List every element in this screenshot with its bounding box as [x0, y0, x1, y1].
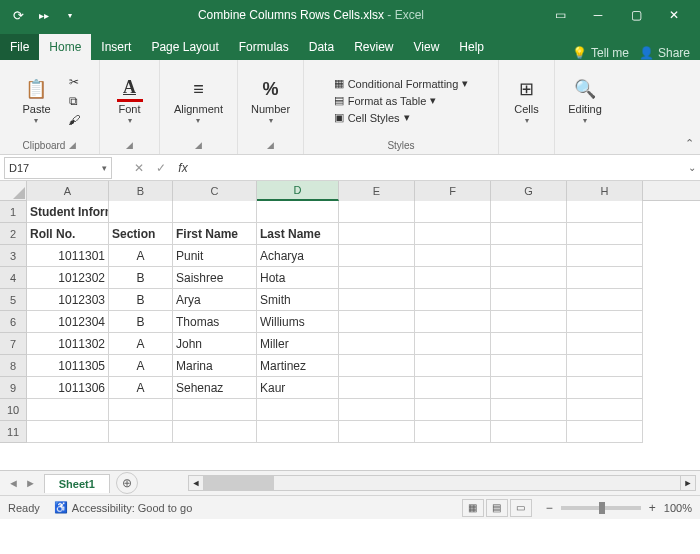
row-header-5[interactable]: 5 [0, 289, 27, 311]
share-button[interactable]: 👤Share [639, 46, 690, 60]
tab-view[interactable]: View [404, 34, 450, 60]
tab-data[interactable]: Data [299, 34, 344, 60]
autosave-icon[interactable]: ⟳ [8, 5, 28, 25]
scroll-left-icon[interactable]: ◄ [188, 475, 204, 491]
name-box[interactable]: D17 ▾ [4, 157, 112, 179]
sheet-prev-icon[interactable]: ◄ [6, 477, 21, 489]
expand-formula-bar-icon[interactable]: ⌄ [684, 162, 700, 173]
column-header-H[interactable]: H [567, 181, 643, 201]
sheet-next-icon[interactable]: ► [23, 477, 38, 489]
cell-A1[interactable]: Student Information [27, 201, 109, 223]
cell-E9[interactable] [339, 377, 415, 399]
cell-H9[interactable] [567, 377, 643, 399]
cell-A7[interactable]: 1011302 [27, 333, 109, 355]
cell-C2[interactable]: First Name [173, 223, 257, 245]
cell-G3[interactable] [491, 245, 567, 267]
tab-review[interactable]: Review [344, 34, 403, 60]
cell-C11[interactable] [173, 421, 257, 443]
column-header-G[interactable]: G [491, 181, 567, 201]
enter-formula-icon[interactable]: ✓ [150, 158, 172, 178]
row-header-9[interactable]: 9 [0, 377, 27, 399]
cell-A4[interactable]: 1012302 [27, 267, 109, 289]
conditional-formatting-button[interactable]: ▦Conditional Formatting ▾ [332, 76, 471, 91]
cell-E6[interactable] [339, 311, 415, 333]
column-header-F[interactable]: F [415, 181, 491, 201]
copy-icon[interactable]: ⧉ [65, 93, 83, 109]
cell-C1[interactable] [173, 201, 257, 223]
fx-icon[interactable]: fx [172, 158, 194, 178]
cell-E8[interactable] [339, 355, 415, 377]
tab-home[interactable]: Home [39, 34, 91, 60]
cell-E1[interactable] [339, 201, 415, 223]
cell-E2[interactable] [339, 223, 415, 245]
cell-B7[interactable]: A [109, 333, 173, 355]
cell-F4[interactable] [415, 267, 491, 289]
cell-C10[interactable] [173, 399, 257, 421]
cell-H8[interactable] [567, 355, 643, 377]
cell-H3[interactable] [567, 245, 643, 267]
cell-G7[interactable] [491, 333, 567, 355]
cell-C4[interactable]: Saishree [173, 267, 257, 289]
maximize-icon[interactable]: ▢ [618, 1, 654, 29]
close-icon[interactable]: ✕ [656, 1, 692, 29]
cell-G4[interactable] [491, 267, 567, 289]
zoom-out-button[interactable]: − [542, 501, 557, 515]
zoom-slider[interactable] [561, 506, 641, 510]
chevron-down-icon[interactable]: ▾ [102, 163, 107, 173]
zoom-thumb[interactable] [599, 502, 605, 514]
qat-dropdown-icon[interactable]: ▾ [60, 5, 80, 25]
accessibility-status[interactable]: ♿Accessibility: Good to go [54, 501, 192, 514]
cell-A2[interactable]: Roll No. [27, 223, 109, 245]
cell-B11[interactable] [109, 421, 173, 443]
paste-button[interactable]: 📋 Paste ▾ [16, 74, 56, 127]
alignment-button[interactable]: ≡ Alignment ▾ [168, 74, 229, 127]
cell-H4[interactable] [567, 267, 643, 289]
cancel-formula-icon[interactable]: ✕ [128, 158, 150, 178]
minimize-icon[interactable]: ─ [580, 1, 616, 29]
collapse-ribbon-icon[interactable]: ⌃ [685, 137, 694, 150]
cell-D6[interactable]: Williums [257, 311, 339, 333]
cell-B6[interactable]: B [109, 311, 173, 333]
cell-E4[interactable] [339, 267, 415, 289]
tab-file[interactable]: File [0, 34, 39, 60]
tab-help[interactable]: Help [449, 34, 494, 60]
cell-F7[interactable] [415, 333, 491, 355]
cell-G6[interactable] [491, 311, 567, 333]
row-header-11[interactable]: 11 [0, 421, 27, 443]
cell-D4[interactable]: Hota [257, 267, 339, 289]
format-painter-icon[interactable]: 🖌 [65, 112, 83, 128]
cell-F11[interactable] [415, 421, 491, 443]
row-header-4[interactable]: 4 [0, 267, 27, 289]
cell-D2[interactable]: Last Name [257, 223, 339, 245]
cell-F2[interactable] [415, 223, 491, 245]
clipboard-launcher-icon[interactable]: ◢ [69, 140, 76, 150]
scroll-right-icon[interactable]: ► [680, 475, 696, 491]
formula-input[interactable] [194, 157, 684, 179]
row-header-1[interactable]: 1 [0, 201, 27, 223]
cell-E3[interactable] [339, 245, 415, 267]
cell-A11[interactable] [27, 421, 109, 443]
cell-A10[interactable] [27, 399, 109, 421]
cell-B1[interactable] [109, 201, 173, 223]
cell-G5[interactable] [491, 289, 567, 311]
cell-B4[interactable]: B [109, 267, 173, 289]
cell-H1[interactable] [567, 201, 643, 223]
cell-C3[interactable]: Punit [173, 245, 257, 267]
scroll-track[interactable] [204, 475, 680, 491]
normal-view-icon[interactable]: ▦ [462, 499, 484, 517]
cell-D3[interactable]: Acharya [257, 245, 339, 267]
cell-H2[interactable] [567, 223, 643, 245]
cell-C9[interactable]: Sehenaz [173, 377, 257, 399]
qat-more-icon[interactable]: ▸▸ [34, 5, 54, 25]
cell-H11[interactable] [567, 421, 643, 443]
cell-F6[interactable] [415, 311, 491, 333]
cell-D9[interactable]: Kaur [257, 377, 339, 399]
cell-D11[interactable] [257, 421, 339, 443]
cell-B5[interactable]: B [109, 289, 173, 311]
cell-A6[interactable]: 1012304 [27, 311, 109, 333]
column-header-D[interactable]: D [257, 181, 339, 201]
cell-B10[interactable] [109, 399, 173, 421]
tab-formulas[interactable]: Formulas [229, 34, 299, 60]
cell-B3[interactable]: A [109, 245, 173, 267]
format-as-table-button[interactable]: ▤Format as Table ▾ [332, 93, 471, 108]
